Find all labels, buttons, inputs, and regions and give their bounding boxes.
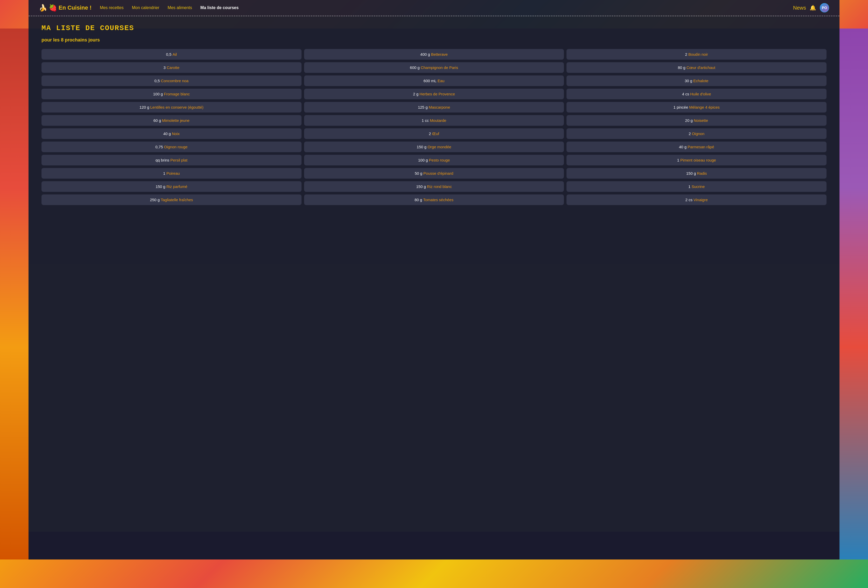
item-name: Pesto rouge — [429, 158, 450, 162]
item-name: Noisette — [694, 118, 708, 123]
item-quantity: 1 — [163, 171, 165, 176]
list-item: 2 Œuf — [304, 129, 564, 139]
nav-right: News 🔔 PO — [793, 3, 829, 12]
navbar: 🍌 🍓 En Cuisine ! Mes recettes Mon calend… — [28, 0, 840, 16]
item-name: Cœur d'artichaut — [686, 65, 715, 70]
item-name: Huile d'olive — [690, 92, 711, 96]
item-quantity: 80 g — [415, 198, 422, 202]
list-item: 0,75 Oignon rouge — [41, 142, 301, 152]
item-name: Mimolette jeune — [162, 118, 189, 123]
item-quantity: 1 — [688, 184, 691, 189]
list-item: 2 Boudin noir — [567, 49, 827, 60]
list-item: 150 g Riz rond blanc — [304, 181, 564, 192]
item-quantity: 2 — [685, 52, 687, 56]
list-item: 150 g Riz parfumé — [41, 181, 301, 192]
item-quantity: 50 g — [415, 171, 422, 176]
item-quantity: 2 g — [413, 92, 418, 96]
item-name: Boudin noir — [688, 52, 708, 56]
shopping-list-grid: 0,5 Ail400 g Betterave2 Boudin noir3 Car… — [41, 49, 827, 205]
item-quantity: 120 g — [139, 105, 149, 109]
item-name: Fromage blanc — [164, 92, 190, 96]
bg-food-bottom — [0, 560, 868, 588]
list-item: 2 g Herbes de Provence — [304, 89, 564, 99]
item-quantity: 600 mL — [424, 78, 437, 83]
nav-ma-liste-de-courses[interactable]: Ma liste de courses — [201, 6, 239, 10]
item-name: Ail — [173, 52, 177, 56]
list-item: 120 g Lentilles en conserve (égoutté) — [41, 102, 301, 112]
item-name: Tomates séchées — [423, 198, 453, 202]
nav-mes-recettes[interactable]: Mes recettes — [100, 6, 124, 10]
item-name: Riz rond blanc — [427, 184, 452, 189]
bell-icon[interactable]: 🔔 — [810, 4, 816, 11]
item-name: Piment oiseau rouge — [680, 158, 716, 162]
page-title: MA LISTE DE COURSES — [41, 24, 827, 32]
list-item: 2 cs Vinaigre — [567, 195, 827, 205]
item-name: Persil plat — [170, 158, 187, 162]
item-name: Pousse d'épinard — [424, 171, 453, 176]
item-quantity: 1 pincée — [673, 105, 688, 109]
item-name: Concombre noa — [161, 78, 189, 83]
item-name: Riz parfumé — [167, 184, 187, 189]
list-item: 3 Carotte — [41, 62, 301, 73]
item-name: Eau — [438, 78, 444, 83]
item-name: Echalote — [693, 78, 708, 83]
item-quantity: 2 — [689, 131, 691, 136]
item-quantity: 80 g — [678, 65, 685, 70]
list-item: 100 g Fromage blanc — [41, 89, 301, 99]
item-quantity: 0,5 — [166, 52, 172, 56]
bg-food-left — [0, 28, 28, 560]
item-name: Oignon — [692, 131, 704, 136]
list-item: 40 g Parmesan râpé — [567, 142, 827, 152]
item-name: Mascarpone — [428, 105, 450, 109]
item-quantity: 40 g — [163, 131, 171, 136]
list-item: 80 g Tomates séchées — [304, 195, 564, 205]
item-quantity: 4 cs — [682, 92, 689, 96]
nav-news-link[interactable]: News — [793, 5, 806, 11]
item-quantity: 30 g — [685, 78, 692, 83]
item-quantity: 1 cc — [422, 118, 429, 123]
item-quantity: 3 — [164, 65, 166, 70]
nav-mon-calendrier[interactable]: Mon calendrier — [132, 6, 159, 10]
main-content: MA LISTE DE COURSES pour les 8 prochains… — [28, 16, 840, 532]
list-item: 4 cs Huile d'olive — [567, 89, 827, 99]
list-item: 600 g Champignon de Paris — [304, 62, 564, 73]
item-name: Vinaigre — [694, 198, 708, 202]
item-quantity: 150 g — [416, 184, 426, 189]
item-name: Carotte — [167, 65, 179, 70]
item-name: Tagliatelle fraîches — [161, 198, 193, 202]
item-name: Oignon rouge — [164, 145, 187, 149]
list-item: 1 cc Moutarde — [304, 115, 564, 126]
item-quantity: 400 g — [420, 52, 430, 56]
nav-mes-aliments[interactable]: Mes aliments — [168, 6, 192, 10]
item-name: Champignon de Paris — [421, 65, 458, 70]
item-quantity: 40 g — [679, 145, 686, 149]
list-item: 60 g Mimolette jeune — [41, 115, 301, 126]
site-logo[interactable]: 🍌 🍓 En Cuisine ! — [39, 4, 92, 12]
item-name: Poireau — [167, 171, 180, 176]
item-quantity: 2 cs — [685, 198, 693, 202]
list-item: 125 g Mascarpone — [304, 102, 564, 112]
list-item: 250 g Tagliatelle fraîches — [41, 195, 301, 205]
list-item: 150 g Radis — [567, 168, 827, 179]
item-name: Noix — [172, 131, 180, 136]
user-avatar[interactable]: PO — [820, 3, 829, 12]
list-item: 20 g Noisette — [567, 115, 827, 126]
item-quantity: 100 g — [418, 158, 428, 162]
item-name: Parmesan râpé — [688, 145, 714, 149]
list-item: 1 Sucrine — [567, 181, 827, 192]
item-quantity: 600 g — [410, 65, 420, 70]
list-item: 0,5 Concombre noa — [41, 75, 301, 86]
list-item: 30 g Echalote — [567, 75, 827, 86]
item-quantity: 125 g — [418, 105, 428, 109]
strawberry-icon: 🍓 — [49, 4, 57, 12]
item-quantity: 60 g — [154, 118, 161, 123]
item-name: Betterave — [431, 52, 448, 56]
logo-text: En Cuisine ! — [59, 4, 92, 11]
list-item: 2 Oignon — [567, 129, 827, 139]
list-item: 1 pincée Mélange 4 épices — [567, 102, 827, 112]
item-quantity: 20 g — [685, 118, 693, 123]
list-item: 40 g Noix — [41, 129, 301, 139]
page-subtitle: pour les 8 prochains jours — [41, 37, 827, 43]
list-item: 600 mL Eau — [304, 75, 564, 86]
item-quantity: 2 — [429, 131, 431, 136]
